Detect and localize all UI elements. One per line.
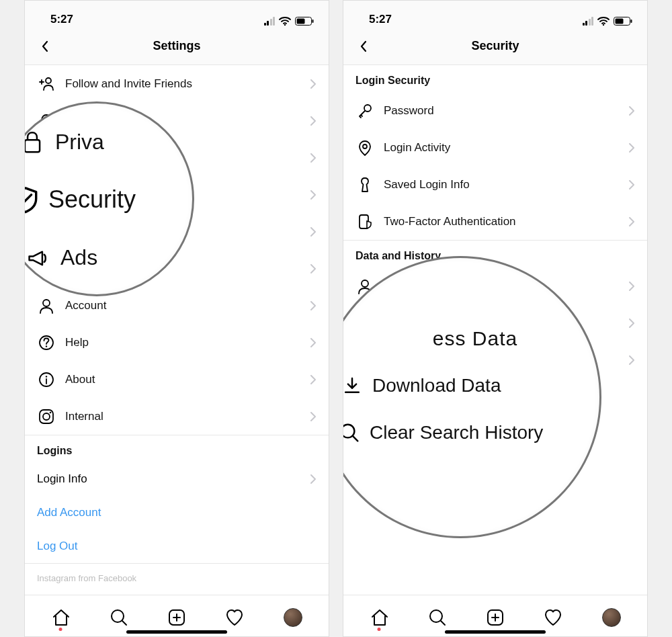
chevron-right-icon: [628, 217, 635, 226]
status-bar: 5:27: [343, 1, 647, 28]
tab-profile[interactable]: [597, 603, 626, 632]
nav-header: Security: [343, 28, 647, 65]
person-icon: [37, 296, 56, 315]
mag-label: Ads: [60, 245, 97, 270]
tab-activity[interactable]: [220, 603, 249, 632]
chevron-right-icon: [628, 282, 635, 291]
row-label: Help: [65, 336, 310, 349]
chevron-right-icon: [310, 264, 317, 273]
instagram-icon: [37, 407, 56, 426]
row-label: Log Out: [37, 540, 317, 553]
pin-icon: [355, 138, 374, 157]
mag-label: Clear Search History: [370, 422, 543, 443]
row-login-activity[interactable]: Login Activity: [343, 129, 647, 166]
search-icon: [343, 417, 360, 449]
chevron-right-icon: [310, 227, 317, 237]
avatar-icon: [602, 608, 621, 627]
help-icon: [37, 333, 56, 352]
chevron-right-icon: [310, 190, 317, 200]
mag-label: Priva: [55, 130, 104, 155]
home-indicator: [126, 630, 227, 634]
status-icons: [583, 16, 633, 26]
shield-icon: [25, 186, 39, 213]
right-screen: 5:27 Security Login Security Password Lo…: [343, 0, 648, 637]
notification-dot: [59, 628, 62, 631]
status-icons: [264, 16, 314, 26]
chevron-right-icon: [310, 116, 317, 126]
chevron-right-icon: [628, 355, 635, 365]
chevron-right-icon: [310, 79, 317, 89]
row-label: About: [65, 373, 310, 386]
left-screen: 5:27 Settings Follow and Invite Friends …: [24, 0, 329, 637]
status-time: 5:27: [369, 13, 392, 26]
row-follow-invite[interactable]: Follow and Invite Friends: [25, 65, 329, 102]
tab-search[interactable]: [104, 603, 134, 632]
row-label: Internal: [65, 410, 310, 423]
security-content: Login Security Password Login Activity S…: [343, 65, 647, 595]
chevron-right-icon: [310, 338, 317, 347]
row-password[interactable]: Password: [343, 92, 647, 129]
avatar-icon: [284, 608, 302, 627]
row-label: Saved Login Info: [384, 178, 628, 192]
battery-icon: [614, 17, 632, 26]
tab-home[interactable]: [46, 603, 75, 632]
chevron-right-icon: [628, 318, 635, 328]
chevron-right-icon: [310, 412, 317, 421]
megaphone-icon: [25, 244, 51, 271]
row-label: Password: [384, 104, 628, 118]
status-bar: 5:27: [25, 1, 329, 28]
home-indicator: [445, 630, 546, 634]
page-title: Security: [343, 39, 647, 53]
logins-header: Logins: [25, 435, 329, 462]
back-button[interactable]: [33, 34, 57, 58]
login-security-header: Login Security: [343, 65, 647, 92]
tab-activity[interactable]: [538, 603, 568, 632]
row-label: Follow and Invite Friends: [65, 77, 310, 91]
row-login-info[interactable]: Login Info: [25, 462, 329, 496]
cellular-signal-icon: [264, 17, 276, 26]
row-add-account[interactable]: Add Account: [25, 496, 329, 529]
tab-search[interactable]: [423, 603, 452, 632]
row-two-factor[interactable]: Two-Factor Authentication: [343, 203, 647, 240]
info-icon: [37, 370, 56, 389]
tab-add-post[interactable]: [162, 603, 192, 632]
row-saved-login[interactable]: Saved Login Info: [343, 166, 647, 203]
row-help[interactable]: Help: [25, 324, 329, 361]
tab-add-post[interactable]: [480, 603, 510, 632]
nav-header: Settings: [25, 28, 329, 65]
back-button[interactable]: [351, 34, 376, 58]
wifi-icon: [597, 16, 610, 26]
mag-label: Download Data: [372, 375, 501, 396]
lock-icon: [25, 128, 46, 155]
row-about[interactable]: About: [25, 361, 329, 398]
chevron-right-icon: [628, 180, 635, 189]
status-time: 5:27: [50, 13, 73, 26]
chevron-right-icon: [310, 153, 317, 163]
page-title: Settings: [25, 39, 329, 53]
row-label: Login Info: [37, 472, 310, 486]
tab-bar: [25, 595, 329, 636]
key-icon: [355, 101, 374, 120]
chevron-right-icon: [628, 106, 635, 116]
mag-label: Security: [48, 185, 136, 214]
cellular-signal-icon: [583, 17, 594, 26]
tab-home[interactable]: [364, 603, 394, 632]
mag-label: ess Data: [433, 327, 517, 350]
download-icon: [343, 370, 363, 402]
keyhole-icon: [355, 175, 374, 194]
tab-profile[interactable]: [278, 603, 308, 632]
add-user-icon: [37, 75, 56, 93]
row-label: Two-Factor Authentication: [384, 215, 628, 228]
row-label: Login Activity: [384, 141, 628, 155]
row-label: Account: [65, 299, 310, 312]
row-internal[interactable]: Internal: [25, 398, 329, 435]
phone-shield-icon: [355, 212, 374, 231]
row-log-out[interactable]: Log Out: [25, 529, 329, 563]
tab-bar: [343, 595, 647, 636]
chevron-right-icon: [310, 474, 317, 484]
wifi-icon: [279, 16, 291, 26]
chevron-right-icon: [628, 143, 635, 153]
settings-content: Follow and Invite Friends Notifications …: [25, 65, 329, 595]
chevron-right-icon: [310, 301, 317, 310]
footer-text: Instagram from Facebook: [25, 563, 329, 587]
